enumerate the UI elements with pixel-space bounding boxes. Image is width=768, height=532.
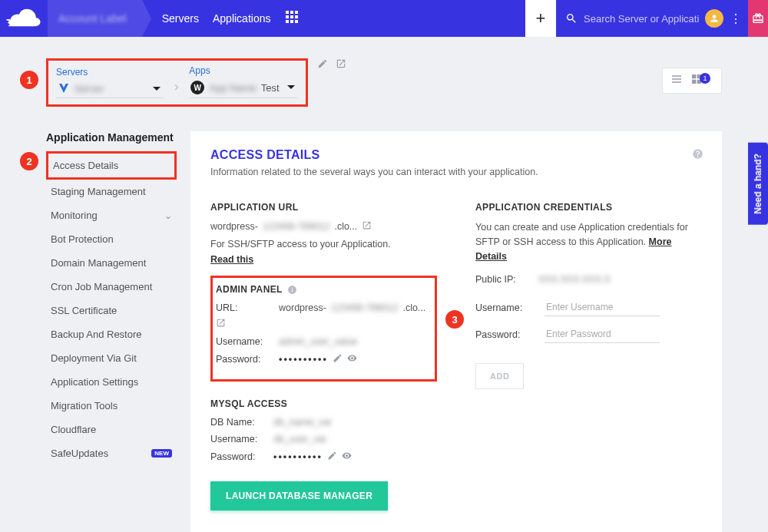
- open-external-icon[interactable]: [336, 58, 346, 72]
- nav-applications[interactable]: Applications: [213, 12, 271, 25]
- need-a-hand-tab[interactable]: Need a hand?: [748, 143, 768, 225]
- app-selector-col: Apps W App Name Test: [189, 65, 297, 98]
- password-masked: ••••••••••: [279, 354, 328, 365]
- open-external-icon[interactable]: [362, 220, 372, 233]
- list-view-icon[interactable]: [670, 73, 683, 88]
- search-input[interactable]: [584, 13, 699, 25]
- apps-grid-icon[interactable]: [286, 11, 298, 26]
- svg-rect-7: [290, 20, 293, 23]
- panel-columns: APPLICATION URL wordpress-123456-789012.…: [210, 202, 702, 511]
- add-credential-button[interactable]: ADD: [475, 363, 524, 389]
- cred-password-row: Password:: [475, 325, 702, 343]
- main-area: Application Management Access Details St…: [0, 107, 768, 532]
- sidebar-item-ssl[interactable]: SSL Certificate: [46, 299, 177, 322]
- mysql-user-line: Username: db_user_val: [210, 434, 437, 444]
- sidebar-item-domain[interactable]: Domain Management: [46, 251, 177, 275]
- app-url-line: wordpress-123456-789012.clo...: [210, 220, 437, 233]
- cred-username-input[interactable]: [545, 299, 660, 316]
- breadcrumb-highlight: Servers Server › Apps W App Name Test: [46, 58, 308, 107]
- mysql-pass-line: Password: ••••••••••: [210, 451, 437, 463]
- svg-rect-4: [290, 15, 293, 18]
- sidebar-item-git[interactable]: Deployment Via Git: [46, 346, 177, 370]
- eye-icon[interactable]: [342, 451, 352, 463]
- breadcrumb-actions: [317, 58, 346, 77]
- breadcrumb: Servers Server › Apps W App Name Test: [0, 37, 768, 107]
- credentials-desc: You can create and use Application crede…: [475, 220, 702, 263]
- admin-url-line: URL: wordpress-123456-789012.clo...: [216, 302, 427, 330]
- edit-icon[interactable]: [327, 451, 337, 463]
- svg-rect-2: [295, 11, 298, 14]
- sidebar-item-staging[interactable]: Staging Management: [46, 180, 177, 203]
- mysql-db-line: DB Name: db_name_val: [210, 417, 437, 428]
- password-masked: ••••••••••: [273, 451, 323, 462]
- sidebar-item-migration[interactable]: Migration Tools: [46, 394, 177, 418]
- ssh-note-line: For SSH/SFTP access to your Application.…: [210, 239, 437, 265]
- view-toggle: 1: [662, 68, 722, 94]
- account-name: Account Label: [58, 12, 127, 25]
- admin-password-line: Password: ••••••••••: [216, 353, 427, 365]
- apps-label: Apps: [189, 65, 297, 76]
- app-selector[interactable]: W App Name Test: [189, 79, 297, 98]
- annotation-marker-2: 2: [20, 152, 38, 170]
- brand-logo[interactable]: [0, 0, 48, 37]
- content-panel: ACCESS DETAILS Information related to th…: [190, 131, 722, 532]
- grid-view-icon[interactable]: 1: [690, 73, 713, 88]
- cred-username-row: Username:: [475, 299, 702, 316]
- sidebar-item-app-settings[interactable]: Application Settings: [46, 370, 177, 394]
- svg-rect-5: [295, 15, 298, 18]
- svg-rect-3: [286, 15, 289, 18]
- admin-username-line: Username: admin_user_value: [216, 336, 427, 347]
- app-name-blur: App Name: [209, 82, 256, 94]
- edit-icon[interactable]: [317, 58, 328, 72]
- view-badge: 1: [700, 73, 710, 84]
- app-url-heading: APPLICATION URL: [210, 202, 437, 213]
- server-selector-col: Servers Server: [56, 67, 164, 98]
- sidebar-item-backup[interactable]: Backup And Restore: [46, 322, 177, 346]
- sidebar-item-access-details[interactable]: Access Details: [46, 151, 177, 180]
- public-ip-line: Public IP: XXX.XXX.XXX.X: [475, 274, 702, 285]
- add-button[interactable]: +: [525, 0, 556, 37]
- app-name-suffix: Test: [261, 82, 280, 94]
- eye-icon[interactable]: [347, 353, 357, 365]
- svg-rect-1: [290, 11, 293, 14]
- provider-icon: [58, 82, 70, 94]
- more-menu-icon[interactable]: ⋮: [730, 12, 742, 26]
- nav-servers[interactable]: Servers: [162, 12, 199, 25]
- new-badge: NEW: [151, 449, 172, 458]
- left-column: APPLICATION URL wordpress-123456-789012.…: [210, 202, 437, 511]
- top-nav: Account Label Servers Applications + ⋮: [0, 0, 768, 37]
- read-this-link[interactable]: Read this: [210, 254, 253, 265]
- svg-rect-0: [286, 11, 289, 14]
- search-icon: [565, 12, 578, 25]
- user-avatar[interactable]: [705, 9, 723, 28]
- open-external-icon[interactable]: [216, 318, 226, 330]
- edit-icon[interactable]: [333, 353, 343, 365]
- annotation-marker-3: 3: [445, 310, 464, 329]
- info-icon[interactable]: [287, 285, 297, 295]
- sidebar-title: Application Management: [46, 131, 177, 144]
- caret-down-icon: [287, 82, 295, 94]
- admin-panel-highlight: 3 ADMIN PANEL URL: wordpress-123456-7890…: [210, 276, 437, 382]
- right-column: APPLICATION CREDENTIALS You can create a…: [475, 202, 702, 511]
- admin-panel-heading: ADMIN PANEL: [216, 284, 427, 295]
- mysql-section: MYSQL ACCESS DB Name: db_name_val Userna…: [210, 398, 437, 511]
- launch-db-manager-button[interactable]: LAUNCH DATABASE MANAGER: [210, 481, 388, 511]
- breadcrumb-separator: ›: [174, 80, 178, 94]
- gift-icon[interactable]: [748, 0, 768, 37]
- account-tab[interactable]: Account Label: [48, 0, 142, 37]
- server-selector[interactable]: Server: [56, 81, 164, 98]
- sidebar-item-bot-protection[interactable]: Bot Protection: [46, 227, 177, 251]
- sidebar-item-safeupdates[interactable]: SafeUpdatesNEW: [46, 441, 177, 465]
- sidebar-item-monitoring[interactable]: Monitoring⌄: [46, 203, 177, 227]
- panel-subtitle: Information related to the several ways …: [210, 167, 702, 177]
- caret-down-icon: [153, 84, 161, 95]
- cred-password-input[interactable]: [545, 325, 660, 343]
- panel-title: ACCESS DETAILS: [210, 148, 702, 162]
- wordpress-icon: W: [190, 81, 204, 94]
- servers-label: Servers: [56, 67, 164, 78]
- sidebar-item-cloudflare[interactable]: Cloudflare: [46, 418, 177, 441]
- help-icon[interactable]: [692, 148, 703, 163]
- sidebar: Application Management Access Details St…: [46, 131, 177, 532]
- svg-rect-6: [286, 20, 289, 23]
- sidebar-item-cron[interactable]: Cron Job Management: [46, 275, 177, 299]
